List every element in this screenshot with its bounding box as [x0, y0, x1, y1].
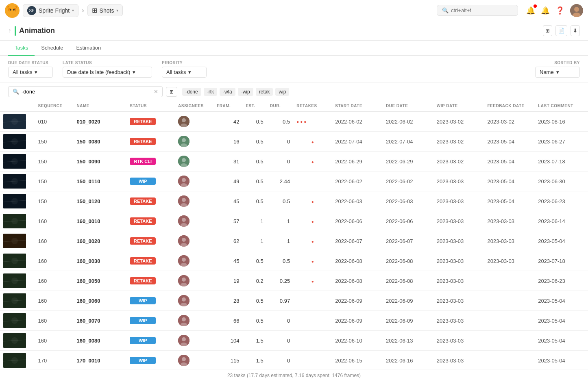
- shot-dur: 0.97: [267, 291, 293, 311]
- project-selector[interactable]: SF Sprite Fright ▾: [23, 4, 78, 17]
- tab-tasks[interactable]: Tasks: [8, 41, 35, 56]
- export-button[interactable]: 📄: [555, 25, 567, 36]
- svg-point-33: [182, 178, 186, 182]
- shot-sequence: 160: [35, 231, 74, 251]
- col-header-est[interactable]: EST.: [242, 100, 266, 112]
- global-search[interactable]: 🔍: [437, 5, 518, 16]
- due-date-filter-group: DUE DATE STATUS All tasks ▾: [8, 61, 53, 78]
- late-status-value: Due date is late (feedback): [67, 69, 130, 75]
- notifications-button[interactable]: 🔔: [526, 6, 535, 15]
- preset-button[interactable]: ⊞: [166, 87, 177, 97]
- tag-wip2[interactable]: wip: [275, 88, 289, 96]
- table-row[interactable]: 160 160_0010 RETAKE 57 1 1 ● 2022-06-06 …: [0, 211, 588, 231]
- shot-feedback-date: [484, 271, 535, 291]
- col-header-due-date[interactable]: DUE DATE: [383, 100, 433, 112]
- tag-wfa[interactable]: -wfa: [220, 88, 235, 96]
- shot-last-comment: 2023-06-23: [535, 271, 588, 291]
- shot-feedback-date: [484, 351, 535, 369]
- table-row[interactable]: 160 160_0070 WIP 66 0.5 0 2022-06-09 202…: [0, 311, 588, 331]
- shot-frames: 66: [213, 311, 242, 331]
- table-row[interactable]: 170 170_0010 WIP 115 1.5 0 2022-06-15 20…: [0, 351, 588, 369]
- shot-sequence: 160: [35, 271, 74, 291]
- shot-due-date: 2022-06-09: [383, 311, 433, 331]
- late-status-chevron-icon: ▾: [133, 69, 135, 75]
- sorted-by-select[interactable]: Name ▾: [535, 67, 580, 78]
- grid-view-button[interactable]: ⊞: [543, 25, 552, 36]
- shot-last-comment: 2023-06-14: [535, 211, 588, 231]
- main-search-box[interactable]: 🔍 ✕: [8, 86, 163, 97]
- shot-last-comment: 2023-07-18: [535, 152, 588, 171]
- tag-done[interactable]: -done: [182, 88, 201, 96]
- col-header-retakes[interactable]: RETAKES: [293, 100, 332, 112]
- shot-feedback-date: 2023-05-04: [484, 171, 535, 191]
- alerts-button[interactable]: 🔔: [541, 6, 550, 15]
- table-row[interactable]: 160 160_0080 WIP 104 1.5 0 2022-06-10 20…: [0, 331, 588, 351]
- table-row[interactable]: 010 010_0020 RETAKE 42 0.5 0.5 ●●● 2022-…: [0, 112, 588, 132]
- table-row[interactable]: 160 160_0030 RETAKE 45 0.5 0.5 ● 2022-06…: [0, 251, 588, 271]
- shot-est: 0.5: [242, 291, 266, 311]
- app-logo[interactable]: [5, 3, 20, 18]
- search-clear-button[interactable]: ✕: [154, 89, 158, 95]
- col-header-wip-date[interactable]: WIP DATE: [433, 100, 484, 112]
- col-header-frames[interactable]: FRAM.: [213, 100, 242, 112]
- status-badge: RETAKE: [130, 217, 156, 225]
- shot-frames: 28: [213, 291, 242, 311]
- tag-retak[interactable]: retak: [256, 88, 273, 96]
- svg-point-87: [182, 357, 186, 361]
- table-row[interactable]: 160 160_0020 RETAKE 62 1 1 ● 2022-06-07 …: [0, 231, 588, 251]
- shot-feedback-date: 2023-03-03: [484, 231, 535, 251]
- breadcrumb-right: ⊞ 📄 ⬇: [543, 25, 580, 36]
- col-header-feedback-date[interactable]: FEEDBACK DATE: [484, 100, 535, 112]
- due-date-select[interactable]: All tasks ▾: [8, 67, 53, 78]
- shot-feedback-date: 2023-05-04: [484, 191, 535, 211]
- shot-est: 1: [242, 211, 266, 231]
- priority-chevron-icon: ▾: [188, 69, 191, 75]
- priority-filter-group: PRIORITY All tasks ▾: [162, 61, 207, 78]
- col-header-assignees[interactable]: ASSIGNEES: [175, 100, 213, 112]
- shot-frames: 62: [213, 231, 242, 251]
- search-icon: 🔍: [442, 7, 449, 13]
- tag-rtk[interactable]: -rtk: [204, 88, 217, 96]
- shots-selector[interactable]: ⊞ Shots ▾: [87, 4, 123, 16]
- footer-summary: 23 tasks (17.7 days estimated, 7.16 days…: [0, 369, 588, 382]
- assignee-avatar: [178, 275, 189, 286]
- retakes-dot: ●: [311, 219, 314, 224]
- col-header-dur[interactable]: DUR.: [267, 100, 293, 112]
- table-row[interactable]: 160 160_0060 WIP 28 0.5 0.97 2022-06-09 …: [0, 291, 588, 311]
- user-avatar[interactable]: [570, 4, 583, 17]
- assignee-avatar: [178, 116, 189, 127]
- shot-thumbnail: [0, 191, 35, 211]
- shot-last-comment: 2023-05-04: [535, 311, 588, 331]
- col-header-name[interactable]: NAME: [74, 100, 127, 112]
- shot-status: RTK CLI: [126, 152, 175, 171]
- shot-sequence: 160: [35, 211, 74, 231]
- main-search-input[interactable]: [22, 89, 151, 95]
- shot-sequence: 010: [35, 112, 74, 132]
- table-row[interactable]: 160 160_0050 RETAKE 19 0.2 0.25 ● 2022-0…: [0, 271, 588, 291]
- shot-due-date: 2022-06-13: [383, 331, 433, 351]
- tab-estimation[interactable]: Estimation: [70, 41, 107, 56]
- shot-start-date: 2022-06-09: [332, 291, 383, 311]
- global-search-input[interactable]: [451, 7, 500, 13]
- col-header-start-date[interactable]: START DATE: [332, 100, 383, 112]
- table-row[interactable]: 150 150_0090 RTK CLI 31 0.5 0 ● 2022-06-…: [0, 152, 588, 171]
- table-row[interactable]: 150 150_0110 WIP 49 0.5 2.44 2022-06-02 …: [0, 171, 588, 191]
- table-row[interactable]: 150 150_0080 RETAKE 16 0.5 0 ● 2022-07-0…: [0, 132, 588, 152]
- tab-schedule[interactable]: Schedule: [35, 41, 70, 56]
- download-button[interactable]: ⬇: [571, 25, 580, 36]
- tag-wip[interactable]: -wip: [238, 88, 253, 96]
- svg-point-57: [182, 258, 186, 262]
- help-button[interactable]: ❓: [555, 6, 564, 15]
- shot-est: 1.5: [242, 331, 266, 351]
- shot-last-comment: 2023-06-30: [535, 171, 588, 191]
- col-header-sequence[interactable]: SEQUENCE: [35, 100, 74, 112]
- shot-sequence: 160: [35, 251, 74, 271]
- table-row[interactable]: 150 150_0120 RETAKE 45 0.5 0.5 ● 2022-06…: [0, 191, 588, 211]
- col-header-status[interactable]: STATUS: [126, 100, 175, 112]
- priority-select[interactable]: All tasks ▾: [162, 67, 207, 78]
- priority-label: PRIORITY: [162, 61, 207, 65]
- back-button[interactable]: ↑: [8, 27, 11, 35]
- col-header-last-comment[interactable]: LAST COMMENT: [535, 100, 588, 112]
- assignee-avatar: [178, 315, 189, 326]
- late-status-select[interactable]: Due date is late (feedback) ▾: [63, 67, 152, 78]
